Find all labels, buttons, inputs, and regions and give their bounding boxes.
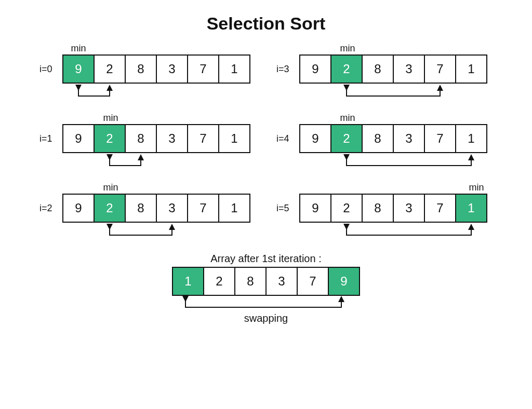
final-array-row: 1 2 8 3 7 9 — [172, 267, 360, 296]
array-cell: 9 — [299, 194, 331, 223]
array-cell: 7 — [424, 194, 456, 223]
array-cell: 7 — [424, 54, 456, 84]
page-title: Selection Sort — [0, 13, 532, 34]
index-label: i=0 — [39, 54, 62, 84]
final-label: Array after 1st iteration : — [210, 253, 321, 265]
index-label: i=2 — [39, 194, 62, 223]
array-cell: 3 — [393, 124, 425, 153]
array-row: 9 2 8 3 7 1 — [299, 124, 487, 153]
swap-label: swapping — [244, 312, 288, 324]
array-cell: 7 — [297, 267, 329, 296]
step-1: min i=1 9 2 8 3 7 1 — [39, 113, 256, 173]
compare-arrow — [299, 153, 493, 173]
step-0: min i=0 9 2 8 3 7 1 — [39, 43, 256, 103]
array-row: 9 2 8 3 7 1 — [62, 194, 250, 223]
min-label: min — [95, 182, 127, 194]
min-label: min — [331, 113, 364, 124]
array-cell: 9 — [299, 54, 331, 84]
array-cell: 1 — [218, 54, 250, 84]
array-cell: 2 — [94, 124, 126, 153]
array-cell: 7 — [187, 54, 219, 84]
array-cell: 2 — [330, 124, 363, 153]
array-cell: 3 — [393, 54, 425, 84]
array-cell: 1 — [455, 54, 487, 84]
array-cell: 8 — [234, 267, 267, 296]
min-label: min — [460, 182, 493, 194]
array-row: 9 2 8 3 7 1 — [299, 54, 487, 84]
compare-arrow — [299, 223, 493, 242]
array-cell: 2 — [330, 54, 363, 84]
array-cell: 2 — [203, 267, 235, 296]
step-5: min i=5 9 2 8 3 7 1 — [276, 182, 493, 242]
step-3: min i=3 9 2 8 3 7 1 — [276, 43, 493, 103]
array-cell: 8 — [125, 124, 157, 153]
step-2: min i=2 9 2 8 3 7 1 — [39, 182, 256, 242]
array-cell: 8 — [362, 194, 394, 223]
array-cell: 9 — [62, 54, 95, 84]
index-label: i=4 — [276, 124, 299, 153]
compare-arrow — [62, 153, 256, 173]
array-cell: 9 — [62, 194, 95, 223]
array-cell: 1 — [172, 267, 204, 296]
array-cell: 9 — [62, 124, 95, 153]
array-cell: 9 — [328, 267, 360, 296]
step-4: min i=4 9 2 8 3 7 1 — [276, 113, 493, 173]
array-cell: 2 — [94, 54, 126, 84]
right-column: min i=3 9 2 8 3 7 1 — [276, 43, 493, 242]
array-cell: 7 — [187, 194, 219, 223]
left-column: min i=0 9 2 8 3 7 1 — [39, 43, 256, 242]
array-cell: 2 — [94, 194, 126, 223]
array-cell: 3 — [156, 194, 188, 223]
array-cell: 8 — [362, 124, 394, 153]
min-label: min — [95, 113, 127, 124]
index-label: i=3 — [276, 54, 299, 84]
array-cell: 1 — [455, 194, 487, 223]
array-cell: 1 — [218, 194, 250, 223]
compare-arrow — [62, 84, 256, 103]
min-label: min — [62, 43, 95, 54]
array-cell: 1 — [455, 124, 487, 153]
min-label: min — [331, 43, 364, 54]
compare-arrow — [299, 84, 493, 103]
index-label: i=1 — [39, 124, 62, 153]
array-cell: 3 — [156, 54, 188, 84]
array-cell: 8 — [125, 194, 157, 223]
array-cell: 7 — [424, 124, 456, 153]
array-cell: 3 — [393, 194, 425, 223]
array-cell: 7 — [187, 124, 219, 153]
array-cell: 8 — [125, 54, 157, 84]
compare-arrow — [62, 223, 256, 242]
array-cell: 3 — [156, 124, 188, 153]
final-result: Array after 1st iteration : 1 2 8 3 7 9 … — [0, 253, 532, 324]
array-row: 9 2 8 3 7 1 — [62, 124, 250, 153]
array-row: 9 2 8 3 7 1 — [299, 194, 487, 223]
array-cell: 3 — [265, 267, 298, 296]
swap-arrow — [169, 296, 363, 313]
array-row: 9 2 8 3 7 1 — [62, 54, 250, 84]
array-cell: 8 — [362, 54, 394, 84]
array-cell: 1 — [218, 124, 250, 153]
index-label: i=5 — [276, 194, 299, 223]
array-cell: 2 — [330, 194, 363, 223]
array-cell: 9 — [299, 124, 331, 153]
